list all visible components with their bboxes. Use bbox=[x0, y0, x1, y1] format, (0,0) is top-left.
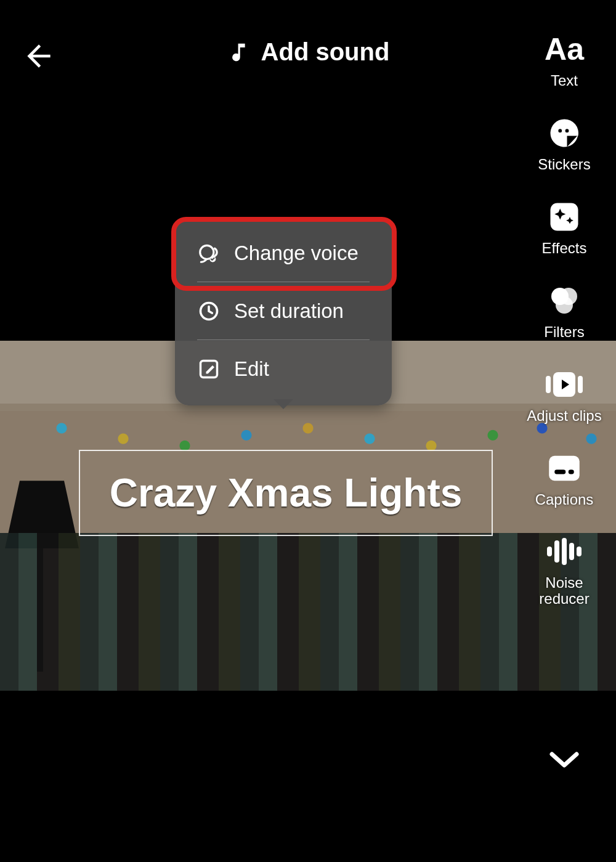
tool-label: Effects bbox=[542, 240, 587, 256]
caption-text: Crazy Xmas Lights bbox=[110, 470, 463, 516]
edit-icon bbox=[197, 357, 221, 381]
chevron-down-icon bbox=[549, 751, 579, 770]
tool-filters[interactable]: Filters bbox=[544, 282, 584, 340]
tool-label: Noise reducer bbox=[539, 575, 589, 607]
tools-sidebar: Aa Text Stickers Effects Filters A bbox=[513, 31, 616, 607]
menu-change-voice[interactable]: Change voice bbox=[175, 224, 392, 282]
svg-rect-7 bbox=[549, 455, 580, 481]
noise-reducer-icon bbox=[546, 533, 583, 570]
menu-item-label: Change voice bbox=[234, 242, 359, 265]
svg-rect-8 bbox=[554, 470, 565, 474]
svg-rect-9 bbox=[569, 470, 574, 474]
adjust-clips-icon bbox=[546, 366, 583, 403]
svg-rect-11 bbox=[554, 540, 559, 563]
arrow-left-icon bbox=[22, 39, 56, 73]
tool-text[interactable]: Aa Text bbox=[546, 31, 583, 89]
Aa-icon: Aa bbox=[546, 31, 583, 68]
caption-text-box[interactable]: Crazy Xmas Lights bbox=[79, 450, 493, 536]
tool-label: Stickers bbox=[538, 157, 590, 173]
svg-rect-6 bbox=[578, 376, 583, 393]
captions-icon bbox=[546, 450, 583, 487]
add-sound-label: Add sound bbox=[261, 38, 390, 66]
back-button[interactable] bbox=[17, 35, 60, 78]
sticker-icon bbox=[546, 115, 583, 152]
menu-item-label: Set duration bbox=[234, 299, 344, 323]
svg-rect-13 bbox=[569, 543, 574, 560]
svg-rect-14 bbox=[577, 547, 582, 556]
expand-tools-button[interactable] bbox=[549, 751, 579, 770]
svg-rect-0 bbox=[551, 203, 578, 230]
filters-icon bbox=[546, 282, 583, 319]
svg-rect-12 bbox=[562, 538, 567, 565]
tool-stickers[interactable]: Stickers bbox=[538, 115, 590, 173]
menu-edit[interactable]: Edit bbox=[175, 340, 392, 398]
tool-noise-reducer[interactable]: Noise reducer bbox=[539, 533, 589, 607]
svg-rect-4 bbox=[546, 376, 551, 393]
sparkle-icon bbox=[546, 198, 583, 235]
menu-set-duration[interactable]: Set duration bbox=[175, 282, 392, 340]
add-sound-button[interactable]: Add sound bbox=[227, 38, 390, 66]
tool-label: Adjust clips bbox=[527, 408, 601, 424]
tool-label: Text bbox=[551, 73, 578, 89]
music-note-icon bbox=[227, 41, 250, 64]
svg-rect-10 bbox=[547, 547, 552, 556]
text-context-menu: Change voice Set duration Edit bbox=[175, 217, 392, 405]
tool-label: Filters bbox=[544, 324, 584, 340]
tool-effects[interactable]: Effects bbox=[542, 198, 587, 256]
clock-icon bbox=[197, 299, 221, 323]
tool-captions[interactable]: Captions bbox=[535, 450, 594, 508]
svg-point-3 bbox=[556, 296, 573, 314]
tool-label: Captions bbox=[535, 492, 594, 508]
tool-adjust-clips[interactable]: Adjust clips bbox=[527, 366, 601, 424]
menu-item-label: Edit bbox=[234, 357, 269, 381]
voice-icon bbox=[197, 242, 221, 265]
